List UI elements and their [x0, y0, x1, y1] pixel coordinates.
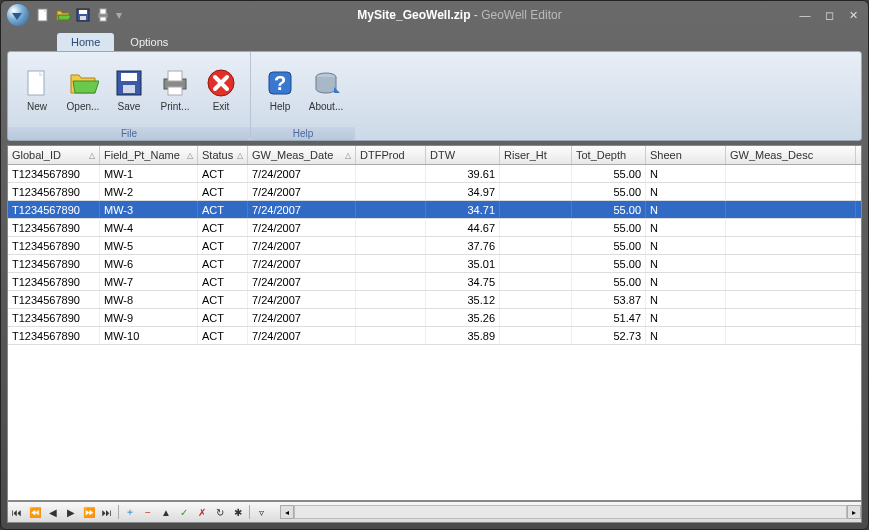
- cell-tot_depth[interactable]: 55.00: [572, 237, 646, 254]
- qat-print-icon[interactable]: [95, 7, 111, 23]
- cell-global_id[interactable]: T1234567890: [8, 273, 100, 290]
- cell-sheen[interactable]: N: [646, 219, 726, 236]
- new-button[interactable]: New: [14, 56, 60, 123]
- cell-gw_meas_date[interactable]: 7/24/2007: [248, 327, 356, 344]
- table-row[interactable]: T1234567890MW-10ACT7/24/200735.8952.73N: [8, 327, 861, 345]
- scroll-left-icon[interactable]: ◂: [280, 505, 294, 519]
- table-row[interactable]: T1234567890MW-9ACT7/24/200735.2651.47N: [8, 309, 861, 327]
- cell-dtw[interactable]: 35.89: [426, 327, 500, 344]
- cell-dtfprod[interactable]: [356, 237, 426, 254]
- cell-status[interactable]: ACT: [198, 219, 248, 236]
- table-row[interactable]: T1234567890MW-8ACT7/24/200735.1253.87N: [8, 291, 861, 309]
- cell-gw_meas_desc[interactable]: [726, 183, 856, 200]
- save-button[interactable]: Save: [106, 56, 152, 123]
- cell-dtfprod[interactable]: [356, 183, 426, 200]
- cell-status[interactable]: ACT: [198, 201, 248, 218]
- qat-open-icon[interactable]: [55, 7, 71, 23]
- cell-tot_depth[interactable]: 55.00: [572, 165, 646, 182]
- cell-dtw[interactable]: 35.01: [426, 255, 500, 272]
- cell-status[interactable]: ACT: [198, 183, 248, 200]
- cell-tot_depth[interactable]: 55.00: [572, 255, 646, 272]
- cell-dtfprod[interactable]: [356, 201, 426, 218]
- cell-riser_ht[interactable]: [500, 165, 572, 182]
- cell-gw_meas_desc[interactable]: [726, 291, 856, 308]
- scroll-track[interactable]: [294, 505, 847, 519]
- cell-field_pt_name[interactable]: MW-2: [100, 183, 198, 200]
- qat-new-icon[interactable]: [35, 7, 51, 23]
- cell-tot_depth[interactable]: 52.73: [572, 327, 646, 344]
- cell-tot_depth[interactable]: 55.00: [572, 183, 646, 200]
- nav-edit-icon[interactable]: ▲: [158, 504, 174, 520]
- cell-riser_ht[interactable]: [500, 183, 572, 200]
- cell-riser_ht[interactable]: [500, 219, 572, 236]
- print-button[interactable]: Print...: [152, 56, 198, 123]
- cell-global_id[interactable]: T1234567890: [8, 255, 100, 272]
- cell-riser_ht[interactable]: [500, 201, 572, 218]
- cell-gw_meas_desc[interactable]: [726, 309, 856, 326]
- nav-prev-icon[interactable]: ◀: [45, 504, 61, 520]
- cell-field_pt_name[interactable]: MW-8: [100, 291, 198, 308]
- cell-sheen[interactable]: N: [646, 255, 726, 272]
- table-row[interactable]: T1234567890MW-6ACT7/24/200735.0155.00N: [8, 255, 861, 273]
- cell-status[interactable]: ACT: [198, 255, 248, 272]
- nav-cancel-icon[interactable]: ✗: [194, 504, 210, 520]
- nav-delete-icon[interactable]: −: [140, 504, 156, 520]
- cell-gw_meas_desc[interactable]: [726, 273, 856, 290]
- cell-global_id[interactable]: T1234567890: [8, 183, 100, 200]
- column-header-riser_ht[interactable]: Riser_Ht: [500, 146, 572, 164]
- cell-riser_ht[interactable]: [500, 291, 572, 308]
- cell-global_id[interactable]: T1234567890: [8, 201, 100, 218]
- nav-next-icon[interactable]: ▶: [63, 504, 79, 520]
- cell-riser_ht[interactable]: [500, 255, 572, 272]
- cell-gw_meas_date[interactable]: 7/24/2007: [248, 291, 356, 308]
- table-row[interactable]: T1234567890MW-4ACT7/24/200744.6755.00N: [8, 219, 861, 237]
- cell-dtfprod[interactable]: [356, 219, 426, 236]
- cell-dtw[interactable]: 35.12: [426, 291, 500, 308]
- cell-gw_meas_date[interactable]: 7/24/2007: [248, 309, 356, 326]
- cell-sheen[interactable]: N: [646, 309, 726, 326]
- qat-dropdown-icon[interactable]: ▾: [115, 8, 123, 22]
- cell-gw_meas_desc[interactable]: [726, 327, 856, 344]
- cell-gw_meas_date[interactable]: 7/24/2007: [248, 237, 356, 254]
- cell-global_id[interactable]: T1234567890: [8, 309, 100, 326]
- cell-gw_meas_date[interactable]: 7/24/2007: [248, 219, 356, 236]
- nav-add-icon[interactable]: ＋: [122, 504, 138, 520]
- nav-prev-page-icon[interactable]: ⏪: [27, 504, 43, 520]
- cell-sheen[interactable]: N: [646, 165, 726, 182]
- cell-global_id[interactable]: T1234567890: [8, 165, 100, 182]
- cell-dtfprod[interactable]: [356, 273, 426, 290]
- cell-dtw[interactable]: 44.67: [426, 219, 500, 236]
- cell-sheen[interactable]: N: [646, 291, 726, 308]
- table-row[interactable]: T1234567890MW-7ACT7/24/200734.7555.00N: [8, 273, 861, 291]
- cell-dtfprod[interactable]: [356, 327, 426, 344]
- cell-dtfprod[interactable]: [356, 309, 426, 326]
- column-header-dtfprod[interactable]: DTFProd: [356, 146, 426, 164]
- column-header-field_pt_name[interactable]: Field_Pt_Name△: [100, 146, 198, 164]
- table-row[interactable]: T1234567890MW-1ACT7/24/200739.6155.00N: [8, 165, 861, 183]
- cell-global_id[interactable]: T1234567890: [8, 219, 100, 236]
- cell-field_pt_name[interactable]: MW-4: [100, 219, 198, 236]
- grid-body[interactable]: T1234567890MW-1ACT7/24/200739.6155.00NT1…: [8, 165, 861, 500]
- qat-save-icon[interactable]: [75, 7, 91, 23]
- cell-gw_meas_desc[interactable]: [726, 237, 856, 254]
- help-button[interactable]: ?Help: [257, 56, 303, 123]
- cell-tot_depth[interactable]: 55.00: [572, 201, 646, 218]
- cell-status[interactable]: ACT: [198, 237, 248, 254]
- close-button[interactable]: ✕: [844, 8, 862, 22]
- cell-gw_meas_date[interactable]: 7/24/2007: [248, 183, 356, 200]
- column-header-global_id[interactable]: Global_ID△: [8, 146, 100, 164]
- table-row[interactable]: T1234567890MW-5ACT7/24/200737.7655.00N: [8, 237, 861, 255]
- cell-sheen[interactable]: N: [646, 201, 726, 218]
- cell-global_id[interactable]: T1234567890: [8, 291, 100, 308]
- column-header-sheen[interactable]: Sheen: [646, 146, 726, 164]
- cell-status[interactable]: ACT: [198, 165, 248, 182]
- cell-field_pt_name[interactable]: MW-6: [100, 255, 198, 272]
- maximize-button[interactable]: ◻: [820, 8, 838, 22]
- nav-filter-icon[interactable]: ▿: [253, 504, 269, 520]
- table-row[interactable]: T1234567890MW-2ACT7/24/200734.9755.00N: [8, 183, 861, 201]
- cell-field_pt_name[interactable]: MW-9: [100, 309, 198, 326]
- nav-refresh-icon[interactable]: ↻: [212, 504, 228, 520]
- app-orb-button[interactable]: [7, 4, 29, 26]
- column-header-dtw[interactable]: DTW: [426, 146, 500, 164]
- cell-status[interactable]: ACT: [198, 273, 248, 290]
